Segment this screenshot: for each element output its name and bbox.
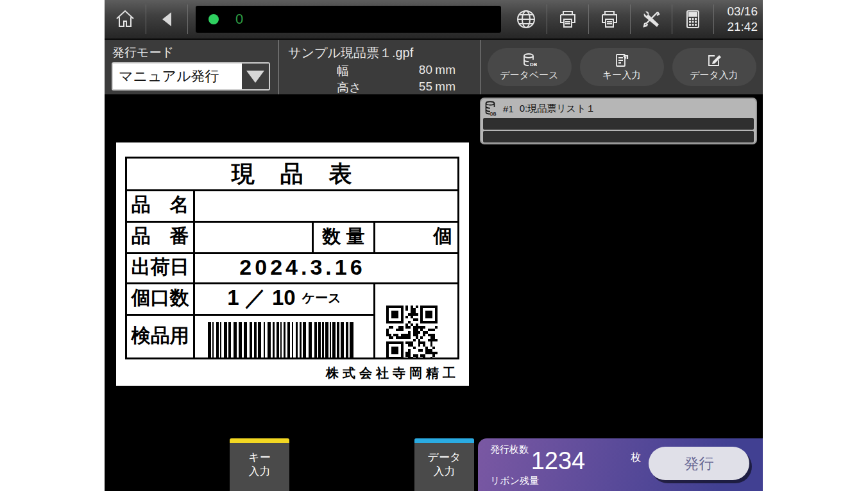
key-input-tab-line1: キー [248,451,270,463]
clock: 03/16 21:42 [714,4,763,35]
db-empty-row[interactable] [483,118,754,130]
database-list-header[interactable]: DB #1 0:現品票リスト１ [483,100,754,117]
quantity-unit: 個 [375,221,457,252]
inspection-label: 検品用 [127,314,193,357]
case-count-number: 1 ／ 10 [227,284,295,313]
barcode-cell [195,314,373,357]
height-unit: mm [435,80,455,94]
calculator-button[interactable] [672,0,713,39]
barcode [208,322,353,357]
data-input-button-label: データ入力 [690,69,738,82]
status-display: 0 [196,6,501,33]
issue-mode-dropdown[interactable]: マニュアル発行 [112,62,270,90]
width-row: 幅 80 mm [279,63,480,80]
data-input-tab-line2: 入力 [434,465,455,478]
qr-cell [375,284,457,357]
main-area: DB #1 0:現品票リスト１ 現 品 表 [105,96,763,438]
format-filename: サンプル現品票１.gpf [288,44,413,62]
key-input-accent [230,438,289,443]
width-unit: mm [435,63,455,77]
topbar: 0 [105,0,763,40]
case-count-label: 個口数 [127,282,193,314]
database-button[interactable]: DB データベース [488,48,572,86]
issue-mode-label: 発行モード [112,44,174,61]
issue-mode-section: 発行モード マニュアル発行 [105,40,279,94]
qr-code [386,306,438,359]
height-label: 高さ [337,80,361,96]
dropdown-button[interactable] [241,64,269,89]
home-icon [114,8,136,30]
width-label: 幅 [337,63,349,80]
label-preview: 現 品 表 品 名 品 番 数 量 個 出荷日 2024.3.16 個口数 1 … [116,142,469,386]
data-input-tab[interactable]: データ 入力 [414,438,474,491]
actions-section: DB データベース キー入力 データ入力 [481,40,763,94]
status-dot [208,14,219,24]
label-title: 現 品 表 [127,159,457,189]
width-value: 80 [419,63,432,77]
clock-time: 21:42 [714,19,758,35]
globe-icon [515,8,537,30]
network-button[interactable] [506,0,547,39]
height-value: 55 [419,80,432,94]
separator [187,4,188,34]
printer2-button[interactable] [589,0,630,39]
issue-button[interactable]: 発行 [649,447,749,480]
database-icon: DB [484,101,497,116]
printer-ui: 0 [105,0,763,491]
svg-text:DB: DB [490,112,497,116]
case-count-unit: ケース [302,289,341,307]
database-button-label: データベース [500,69,558,82]
label-table: 現 品 表 品 名 品 番 数 量 個 出荷日 2024.3.16 個口数 1 … [125,157,459,359]
toolbar2: 発行モード マニュアル発行 サンプル現品票１.gpf 幅 80 mm 高さ 55… [105,40,763,96]
printer-icon [557,8,579,30]
database-list-panel[interactable]: DB #1 0:現品票リスト１ [480,98,757,144]
issue-mode-value: マニュアル発行 [113,64,241,89]
calculator-icon [682,8,704,30]
company-name: 株式会社寺岡精工 [326,365,459,382]
printer1-button[interactable] [547,0,588,39]
data-input-button[interactable]: データ入力 [672,48,756,86]
clock-date: 03/16 [714,4,758,19]
screen: 0 [0,0,868,491]
ribbon-remaining-label: リボン残量 [490,475,539,487]
key-input-icon [614,53,629,68]
back-icon [156,8,178,30]
db-entry-name: 0:現品票リスト１ [520,103,596,115]
ship-date-label: 出荷日 [127,252,193,282]
printer-icon [599,8,620,30]
case-count-value: 1 ／ 10 ケース [195,282,373,314]
status-value: 0 [235,11,243,28]
height-row: 高さ 55 mm [279,80,480,96]
key-input-tab-line2: 入力 [249,465,271,478]
item-no-label: 品 番 [127,221,193,252]
key-input-button-label: キー入力 [602,69,641,82]
svg-text:DB: DB [530,62,537,67]
data-input-tab-line1: データ [428,451,461,463]
key-input-tab[interactable]: キー 入力 [230,438,289,491]
db-empty-row[interactable] [483,131,754,142]
key-input-button[interactable]: キー入力 [580,48,664,86]
quantity-label: 数 量 [314,221,373,252]
settings-button[interactable] [631,0,672,39]
issue-panel: 発行枚数 1234 枚 リボン残量 発行 [478,438,763,491]
issue-count-unit: 枚 [631,451,641,465]
ship-date-value: 2024.3.16 [195,252,457,282]
item-name-label: 品 名 [127,189,193,221]
db-entry-index: #1 [503,103,514,114]
chevron-down-icon [246,71,264,83]
tools-icon [640,8,662,30]
bottom-bar: キー 入力 データ 入力 発行枚数 1234 枚 リボン残量 発行 [105,438,763,491]
home-button[interactable] [105,0,146,39]
data-input-icon [706,53,722,68]
file-info-section: サンプル現品票１.gpf 幅 80 mm 高さ 55 mm [279,40,481,94]
data-input-accent [414,438,474,443]
back-button[interactable] [146,0,187,39]
issue-count-value: 1234 [510,447,606,475]
database-icon: DB [522,53,537,68]
